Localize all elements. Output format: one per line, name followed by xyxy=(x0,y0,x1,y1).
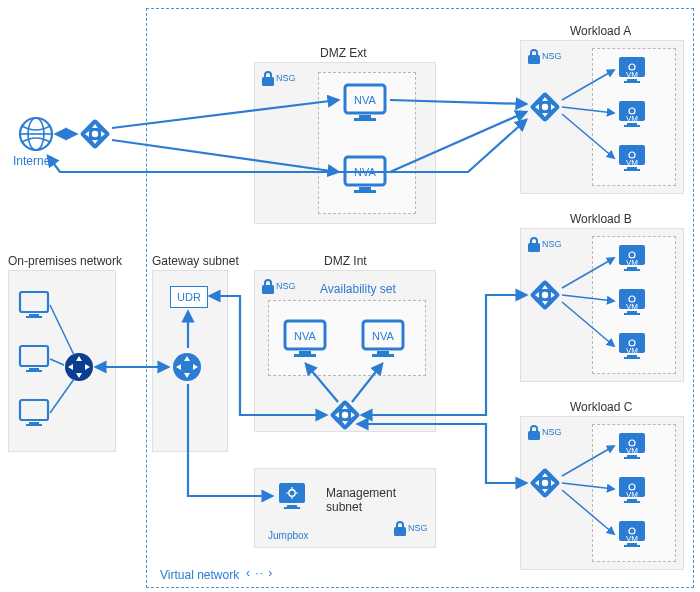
workload-c-nsg-icon: NSG xyxy=(526,424,542,442)
vm-label: VM xyxy=(618,114,646,144)
svg-point-39 xyxy=(542,104,548,110)
nsg-label: NSG xyxy=(542,427,562,437)
svg-rect-18 xyxy=(359,115,371,118)
availability-set-label: Availability set xyxy=(320,282,396,296)
onprem-monitor-3-icon xyxy=(18,398,50,428)
svg-point-31 xyxy=(342,412,348,418)
svg-rect-23 xyxy=(262,285,274,294)
onprem-router-icon xyxy=(64,352,94,382)
svg-rect-21 xyxy=(359,187,371,190)
workload-a-nsg-icon: NSG xyxy=(526,48,542,66)
svg-rect-32 xyxy=(394,527,406,536)
workload-a-lb-icon xyxy=(530,92,560,122)
dmz-int-nva-1-icon: NVA xyxy=(282,318,328,360)
svg-rect-11 xyxy=(20,400,48,420)
nsg-label: NSG xyxy=(408,523,428,533)
svg-rect-22 xyxy=(354,190,376,193)
dmz-int-nva-2-icon: NVA xyxy=(360,318,406,360)
svg-rect-7 xyxy=(26,316,42,318)
vm-label: VM xyxy=(618,70,646,100)
workload-b-nsg-icon: NSG xyxy=(526,236,542,254)
udr-label: UDR xyxy=(177,291,201,303)
dmz-ext-nva-2-icon: NVA xyxy=(342,154,388,196)
svg-rect-10 xyxy=(26,370,42,372)
svg-rect-19 xyxy=(354,118,376,121)
nsg-label: NSG xyxy=(276,281,296,291)
svg-rect-36 xyxy=(284,507,300,509)
workload-b-lb-icon xyxy=(530,280,560,310)
svg-rect-5 xyxy=(20,292,48,312)
svg-rect-35 xyxy=(287,505,297,507)
dmz-ext-nva-1-icon: NVA xyxy=(342,82,388,124)
svg-rect-28 xyxy=(377,351,389,354)
nva-label: NVA xyxy=(360,330,406,342)
onprem-monitor-2-icon xyxy=(18,344,50,374)
workload-a-label: Workload A xyxy=(570,24,631,38)
dmz-int-label: DMZ Int xyxy=(324,254,367,268)
svg-rect-29 xyxy=(372,354,394,357)
vm-label: VM xyxy=(618,346,646,376)
vm-label: VM xyxy=(618,490,646,520)
gateway-router-icon xyxy=(172,352,202,382)
workload-b-label: Workload B xyxy=(570,212,632,226)
jumpbox-label: Jumpbox xyxy=(268,530,309,541)
svg-point-69 xyxy=(542,480,548,486)
gateway-subnet-label: Gateway subnet xyxy=(152,254,239,268)
jumpbox-vm-icon xyxy=(278,482,306,512)
dmz-ext-nsg-icon: NSG xyxy=(260,70,276,88)
vm-label: VM xyxy=(618,158,646,188)
nva-label: NVA xyxy=(282,330,328,342)
nva-label: NVA xyxy=(342,166,388,178)
svg-point-54 xyxy=(542,292,548,298)
svg-rect-67 xyxy=(528,431,540,440)
nsg-label: NSG xyxy=(542,239,562,249)
dmz-int-load-balancer-icon xyxy=(330,400,360,430)
nsg-label: NSG xyxy=(542,51,562,61)
nva-label: NVA xyxy=(342,94,388,106)
udr-box: UDR xyxy=(170,286,208,308)
vm-label: VM xyxy=(618,258,646,288)
vm-label: VM xyxy=(618,446,646,476)
dmz-ext-label: DMZ Ext xyxy=(320,46,367,60)
svg-rect-6 xyxy=(29,314,39,316)
internet-label: Internet xyxy=(13,154,54,168)
mgmt-nsg-icon: NSG xyxy=(392,520,408,538)
virtual-network-label: Virtual network xyxy=(160,568,239,582)
vnet-resize-glyph: ‹ ·· › xyxy=(246,566,273,580)
dmz-int-nsg-icon: NSG xyxy=(260,278,276,296)
onprem-monitor-1-icon xyxy=(18,290,50,320)
svg-rect-52 xyxy=(528,243,540,252)
svg-rect-9 xyxy=(29,368,39,370)
svg-rect-26 xyxy=(294,354,316,357)
vm-label: VM xyxy=(618,534,646,564)
onprem-label: On-premises network xyxy=(8,254,122,268)
svg-rect-37 xyxy=(528,55,540,64)
svg-rect-12 xyxy=(29,422,39,424)
nsg-label: NSG xyxy=(276,73,296,83)
dmz-ext-load-balancer-icon xyxy=(80,119,110,149)
internet-icon xyxy=(18,116,54,152)
svg-point-4 xyxy=(92,131,98,137)
svg-rect-16 xyxy=(262,77,274,86)
svg-rect-25 xyxy=(299,351,311,354)
workload-c-label: Workload C xyxy=(570,400,632,414)
mgmt-subnet-label: Management subnet xyxy=(326,486,396,514)
workload-c-lb-icon xyxy=(530,468,560,498)
vm-label: VM xyxy=(618,302,646,332)
svg-rect-13 xyxy=(26,424,42,426)
svg-rect-8 xyxy=(20,346,48,366)
svg-rect-33 xyxy=(279,483,305,503)
